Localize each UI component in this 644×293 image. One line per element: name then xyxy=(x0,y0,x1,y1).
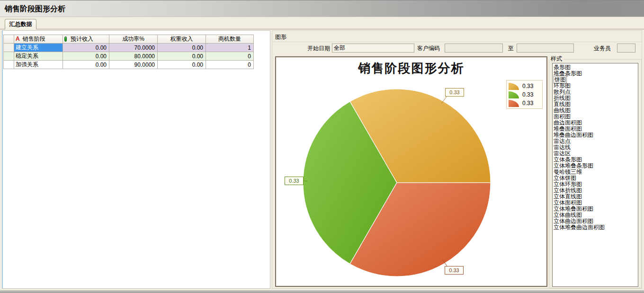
legend-value: 0.33 xyxy=(522,91,533,98)
salesman-input xyxy=(617,44,635,53)
row-selector[interactable] xyxy=(4,52,14,61)
column-header-success-rate[interactable]: 成功率% xyxy=(109,35,158,44)
column-header-stage[interactable]: A销售阶段 xyxy=(14,35,63,44)
data-label-red: 0.33 xyxy=(445,266,464,275)
field-type-icon xyxy=(64,36,67,42)
legend-swatch-green-icon xyxy=(509,91,519,98)
cell-weighted[interactable]: 0.00 xyxy=(158,44,206,52)
cell-weighted[interactable]: 0.00 xyxy=(158,52,206,61)
legend-swatch-red-icon xyxy=(509,100,519,107)
cell-stage-selected[interactable]: 建立关系 xyxy=(14,44,63,52)
cell-expected[interactable]: 0.00 xyxy=(63,44,109,52)
customer-code-to-input xyxy=(517,44,574,53)
cell-success[interactable]: 80.0000 xyxy=(109,52,158,61)
start-date-input[interactable] xyxy=(332,44,414,53)
style-group-title: 样式 xyxy=(549,55,564,63)
cell-count[interactable]: 0 xyxy=(206,52,254,61)
cell-stage[interactable]: 加强关系 xyxy=(14,61,63,69)
legend-item: 0.33 xyxy=(509,82,540,90)
legend-item: 0.33 xyxy=(509,90,540,99)
cell-weighted[interactable]: 0.00 xyxy=(158,61,206,69)
column-header-weighted-revenue[interactable]: 权重收入 xyxy=(158,35,206,44)
graph-panel: 图形 开始日期 客户编码 至 业务员 xyxy=(272,30,642,289)
column-header-opportunity-count[interactable]: 商机数量 xyxy=(206,35,254,44)
cell-stage[interactable]: 稳定关系 xyxy=(14,52,63,61)
cell-expected[interactable]: 0.00 xyxy=(63,61,109,69)
legend-item: 0.33 xyxy=(509,99,540,107)
chart-style-list: 条形图 堆叠条形图 饼图 环形图 散列点 折线图 直线图 曲线图 面积图 曲边面… xyxy=(552,63,638,287)
row-selector[interactable] xyxy=(4,44,14,52)
table-row[interactable]: 稳定关系 0.00 80.0000 0.00 0 xyxy=(4,52,254,61)
data-label-orange: 0.33 xyxy=(445,88,464,97)
cell-success[interactable]: 90.0000 xyxy=(109,61,158,69)
to-label: 至 xyxy=(508,44,515,52)
pie-chart-area: 销售阶段图形分析 0.33 0.33 0.33 0.33 0.33 0.3 xyxy=(275,56,547,287)
tab-summary-data[interactable]: 汇总数据 xyxy=(5,19,36,29)
column-header-expected-revenue[interactable]: 预计收入 xyxy=(63,35,109,44)
customer-code-label: 客户编码 xyxy=(417,44,443,52)
table-header-row: A销售阶段 预计收入 成功率% 权重收入 商机数量 xyxy=(4,35,254,44)
salesman-label: 业务员 xyxy=(594,44,615,52)
row-selector-header xyxy=(4,35,14,44)
legend-swatch-orange-icon xyxy=(509,83,519,90)
table-row[interactable]: 加强关系 0.00 90.0000 0.00 0 xyxy=(4,61,254,69)
content-area: A销售阶段 预计收入 成功率% 权重收入 商机数量 建立关系 0.00 70.0… xyxy=(0,29,644,290)
cell-success[interactable]: 70.0000 xyxy=(109,44,158,52)
sales-stage-table: A销售阶段 预计收入 成功率% 权重收入 商机数量 建立关系 0.00 70.0… xyxy=(3,35,254,69)
cell-expected[interactable]: 0.00 xyxy=(63,52,109,61)
start-date-label: 开始日期 xyxy=(299,44,330,52)
page-title: 销售阶段图形分析 xyxy=(5,4,65,14)
legend-value: 0.33 xyxy=(522,83,533,89)
data-label-green: 0.33 xyxy=(285,177,304,185)
chart-legend: 0.33 0.33 0.33 xyxy=(506,80,543,109)
titlebar: 销售阶段图形分析 xyxy=(0,0,644,17)
sales-stage-table-panel: A销售阶段 预计收入 成功率% 权重收入 商机数量 建立关系 0.00 70.0… xyxy=(2,30,270,289)
legend-value: 0.33 xyxy=(522,100,533,107)
app-window: 销售阶段图形分析 汇总数据 A销售阶段 预计收入 成功率% 权重收入 商机数量 xyxy=(0,0,644,293)
chart-title: 销售阶段图形分析 xyxy=(276,60,546,77)
table-row[interactable]: 建立关系 0.00 70.0000 0.00 1 xyxy=(4,44,254,52)
bottom-bar xyxy=(0,290,644,293)
graph-panel-title: 图形 xyxy=(275,33,286,41)
sort-a-icon: A xyxy=(16,36,20,42)
style-option-3d-stacked-curved-area[interactable]: 立体堆叠曲边面积图 xyxy=(554,224,638,231)
cell-count[interactable]: 1 xyxy=(206,44,254,52)
row-selector[interactable] xyxy=(4,61,14,69)
divider xyxy=(272,42,642,42)
customer-code-from-input xyxy=(445,44,503,53)
cell-count[interactable]: 0 xyxy=(206,61,254,69)
